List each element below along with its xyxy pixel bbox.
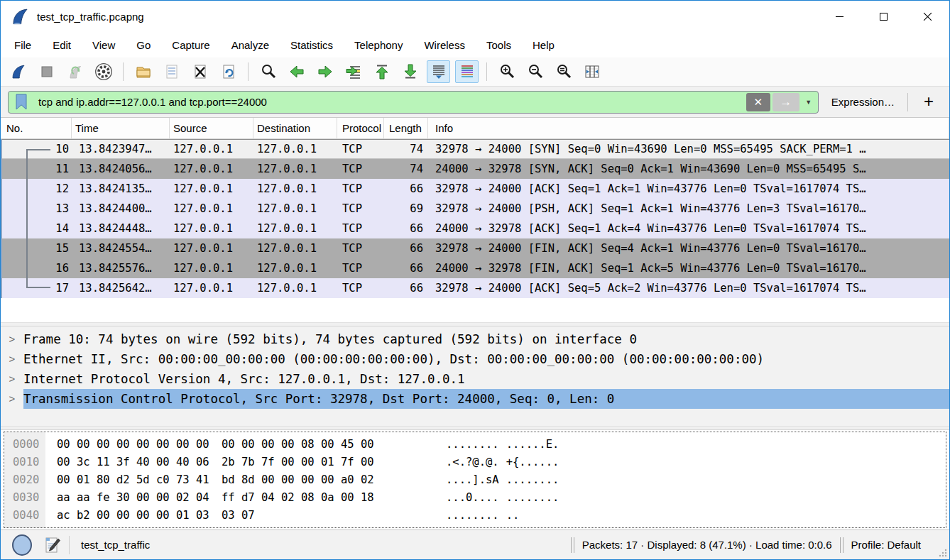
menu-item[interactable]: View <box>82 34 126 56</box>
packet-time: 13.8424448… <box>72 219 170 238</box>
hex-row[interactable]: 0000 00 00 00 00 00 00 00 00 00 00 00 00… <box>4 436 946 454</box>
packet-row[interactable]: 10 13.8423947… 127.0.0.1 127.0.0.1 TCP 7… <box>2 139 949 159</box>
restart-capture-button[interactable] <box>63 60 87 83</box>
hex-row[interactable]: 0030 aa aa fe 30 00 00 02 04 ff d7 04 02… <box>4 489 946 507</box>
reload-file-button[interactable] <box>217 60 240 83</box>
packet-row[interactable]: 16 13.8425576… 127.0.0.1 127.0.0.1 TCP 6… <box>2 258 949 278</box>
menu-item[interactable]: Analyze <box>221 34 280 56</box>
packet-time: 13.8424400… <box>72 199 170 219</box>
save-file-button[interactable] <box>160 60 183 83</box>
toolbar-separator <box>248 62 249 81</box>
profile-label[interactable]: Profile: Default <box>851 539 949 551</box>
start-capture-button[interactable] <box>6 60 30 83</box>
open-file-button[interactable] <box>131 60 155 83</box>
filter-input[interactable]: tcp and ip.addr==127.0.0.1 and tcp.port=… <box>34 96 746 108</box>
hex-dump-pane: 0000 00 00 00 00 00 00 00 00 00 00 00 00… <box>1 430 949 529</box>
colorize-packets-button[interactable] <box>455 60 479 83</box>
packet-row[interactable]: 17 13.8425642… 127.0.0.1 127.0.0.1 TCP 6… <box>2 278 949 298</box>
packet-time: 13.8423947… <box>72 139 170 159</box>
column-header[interactable]: Destination <box>253 118 337 138</box>
statusbar-splitter-handle <box>840 537 843 553</box>
filter-clear-button[interactable]: ✕ <box>746 93 770 111</box>
auto-scroll-button[interactable] <box>427 60 450 83</box>
packet-protocol: TCP <box>337 199 384 219</box>
packet-source: 127.0.0.1 <box>170 219 253 238</box>
expand-chevron-icon[interactable]: > <box>1 369 23 389</box>
menu-item[interactable]: Statistics <box>280 34 344 56</box>
packet-row[interactable]: 14 13.8424448… 127.0.0.1 127.0.0.1 TCP 6… <box>2 219 949 238</box>
detail-row[interactable]: > Internet Protocol Version 4, Src: 127.… <box>1 369 949 389</box>
packet-row[interactable]: 15 13.8424554… 127.0.0.1 127.0.0.1 TCP 6… <box>2 238 949 258</box>
zoom-in-button[interactable] <box>495 60 518 83</box>
maximize-button[interactable] <box>861 1 905 32</box>
detail-row[interactable]: > Transmission Control Protocol, Src Por… <box>1 389 949 409</box>
packet-time: 13.8424056… <box>72 159 170 179</box>
packet-row[interactable]: 13 13.8424400… 127.0.0.1 127.0.0.1 TCP 6… <box>2 199 949 219</box>
hex-row[interactable]: 0040 ac b2 00 00 00 00 01 03 03 07 .....… <box>4 507 946 525</box>
close-file-icon <box>192 63 209 80</box>
add-filter-button[interactable]: + <box>915 92 942 113</box>
packet-info: 32978 → 24000 [FIN, ACK] Seq=4 Ack=1 Win… <box>428 238 949 258</box>
auto-scroll-icon <box>430 63 447 80</box>
hex-ascii: +{...... <box>506 454 559 471</box>
packet-destination: 127.0.0.1 <box>253 278 337 298</box>
zoom-original-button[interactable] <box>552 60 575 83</box>
next-packet-button[interactable] <box>313 60 337 83</box>
hex-row[interactable]: 0020 00 01 80 d2 5d c0 73 41 bd 8d 00 00… <box>4 471 946 489</box>
filter-dropdown-button[interactable]: ▼ <box>799 99 818 106</box>
capture-comment-icon <box>43 536 62 554</box>
detail-row[interactable]: > Frame 10: 74 bytes on wire (592 bits),… <box>1 329 949 349</box>
column-header[interactable]: No. <box>1 118 72 138</box>
column-header[interactable]: Source <box>170 118 253 138</box>
capture-comment-button[interactable] <box>43 536 62 554</box>
restart-capture-icon <box>67 63 84 80</box>
go-to-packet-icon <box>345 63 362 80</box>
filter-bookmark-button[interactable] <box>9 92 34 113</box>
column-header[interactable]: Length <box>384 118 428 138</box>
menu-item[interactable]: Go <box>126 34 161 56</box>
resize-columns-button[interactable] <box>580 60 604 83</box>
column-header[interactable]: Time <box>72 118 170 138</box>
find-packet-button[interactable] <box>256 60 280 83</box>
menu-item[interactable]: Edit <box>42 34 82 56</box>
column-header[interactable]: Protocol <box>337 118 384 138</box>
packet-length: 74 <box>384 159 428 179</box>
packet-length: 66 <box>384 278 428 298</box>
packet-destination: 127.0.0.1 <box>253 199 337 219</box>
expand-chevron-icon[interactable]: > <box>1 349 23 369</box>
packet-row[interactable]: 11 13.8424056… 127.0.0.1 127.0.0.1 TCP 7… <box>2 159 949 179</box>
menu-item[interactable]: File <box>4 34 42 56</box>
column-header[interactable]: Info <box>428 118 949 138</box>
go-to-packet-button[interactable] <box>342 60 365 83</box>
detail-text: Frame 10: 74 bytes on wire (592 bits), 7… <box>23 329 949 349</box>
first-packet-button[interactable] <box>370 60 393 83</box>
hex-ascii: ........ <box>506 489 559 507</box>
expand-chevron-icon[interactable]: > <box>1 329 23 349</box>
menu-item[interactable]: Telephony <box>344 34 413 56</box>
packet-row[interactable]: 12 13.8424135… 127.0.0.1 127.0.0.1 TCP 6… <box>2 179 949 199</box>
hex-row[interactable]: 0010 00 3c 11 3f 40 00 40 06 2b 7b 7f 00… <box>4 454 946 471</box>
hex-ascii: ....].sA <box>446 471 499 489</box>
detail-row[interactable]: > Ethernet II, Src: 00:00:00_00:00:00 (0… <box>1 349 949 369</box>
previous-packet-button[interactable] <box>285 60 308 83</box>
expression-button[interactable]: Expression… <box>826 96 900 108</box>
zoom-out-button[interactable] <box>523 60 547 83</box>
close-button[interactable] <box>905 1 949 32</box>
capture-options-button[interactable] <box>92 60 115 83</box>
minimize-button[interactable] <box>817 1 861 32</box>
filter-apply-button[interactable]: → <box>772 93 799 111</box>
menu-item[interactable]: Wireless <box>413 34 476 56</box>
expert-info-icon[interactable] <box>12 534 32 556</box>
menu-item[interactable]: Help <box>522 34 565 56</box>
detail-text: Transmission Control Protocol, Src Port:… <box>23 389 949 409</box>
last-packet-button[interactable] <box>398 60 422 83</box>
hex-bytes: bd 8d 00 00 00 00 a0 02 <box>222 471 375 489</box>
packet-source: 127.0.0.1 <box>170 238 253 258</box>
stop-capture-button[interactable] <box>35 60 58 83</box>
expand-chevron-icon[interactable]: > <box>1 389 23 409</box>
close-file-button[interactable] <box>188 60 212 83</box>
menu-item[interactable]: Capture <box>161 34 220 56</box>
resize-grip-icon[interactable] <box>937 547 947 557</box>
capture-file-name: test_tcp_traffic <box>81 539 150 551</box>
menu-item[interactable]: Tools <box>476 34 522 56</box>
